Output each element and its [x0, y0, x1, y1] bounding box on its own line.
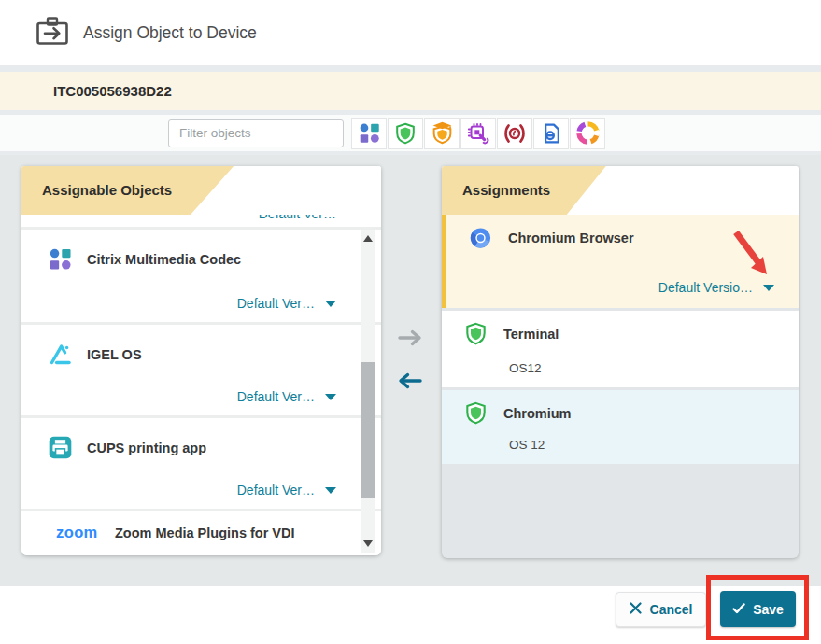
chevron-down-icon: [325, 394, 336, 400]
assignments-header: Assignments: [442, 166, 799, 215]
zoom-wordmark-icon: zoom: [56, 524, 98, 541]
list-item-zoom-media-plugins[interactable]: zoom Zoom Media Plugins for VDI: [21, 511, 381, 555]
assign-object-dialog: Assign Object to Device ITC005056938D22: [0, 0, 821, 644]
scrollbar[interactable]: [361, 230, 375, 553]
red-parentheses-ring-icon[interactable]: [497, 118, 532, 149]
save-button[interactable]: Save: [720, 591, 796, 627]
version-label: Default Ver…: [259, 215, 336, 221]
green-shield-icon[interactable]: [388, 118, 423, 149]
grid-shapes-icon: [48, 246, 73, 272]
chevron-down-icon: [763, 285, 774, 291]
x-icon: [630, 602, 642, 617]
assignable-objects-panel: Assignable Objects Default Ver…: [21, 166, 381, 555]
assign-right-arrow[interactable]: [397, 329, 423, 351]
filter-toolbar: [0, 115, 821, 151]
save-label: Save: [753, 602, 784, 617]
device-id: ITC005056938D22: [53, 83, 172, 99]
assignments-panel: Assignments Chromium Browser Default Ver…: [442, 166, 799, 558]
object-name: Chromium Browser: [508, 231, 634, 245]
assignment-item-chromium-browser[interactable]: Chromium Browser Default Versio…: [442, 215, 799, 308]
version-dropdown[interactable]: Default Ver…: [237, 296, 336, 311]
unassign-left-arrow[interactable]: [397, 371, 423, 394]
chevron-down-icon: [325, 301, 336, 307]
scroll-down-icon[interactable]: [363, 540, 373, 547]
blue-file-clip-icon[interactable]: [533, 118, 569, 149]
scroll-up-icon[interactable]: [363, 235, 373, 242]
panel-title: Assignable Objects: [42, 166, 172, 215]
version-label: Default Ver…: [237, 296, 315, 311]
clipped-list-item: Default Ver…: [21, 215, 381, 227]
cancel-button[interactable]: Cancel: [616, 592, 706, 627]
object-name: Zoom Media Plugins for VDI: [115, 525, 295, 540]
chromium-icon: [469, 226, 492, 249]
panel-title: Assignments: [462, 166, 550, 215]
assignment-item-chromium[interactable]: Chromium OS 12: [442, 390, 799, 464]
check-icon: [732, 602, 745, 617]
assignable-objects-header: Assignable Objects: [21, 166, 381, 215]
version-dropdown[interactable]: Default Ver…: [259, 215, 336, 221]
version-dropdown[interactable]: Default Ver…: [237, 483, 336, 497]
assignable-objects-list: Default Ver… Citrix Multimedia Codec: [21, 215, 381, 555]
assignment-area: Assignable Objects Default Ver…: [0, 155, 821, 586]
object-name: Terminal: [503, 327, 559, 342]
dialog-header: Assign Object to Device: [0, 0, 821, 65]
green-shield-icon: [464, 322, 488, 345]
version-label: Default Versio…: [658, 280, 753, 295]
list-item-cups-printing-app[interactable]: CUPS printing app Default Ver…: [21, 418, 381, 509]
green-shield-icon: [464, 401, 488, 425]
divider: [0, 65, 821, 72]
dialog-footer: Cancel Save: [0, 586, 821, 644]
grid-shapes-icon[interactable]: [351, 118, 387, 149]
object-name: IGEL OS: [87, 347, 142, 362]
object-name: CUPS printing app: [87, 441, 206, 455]
object-name: Citrix Multimedia Codec: [87, 252, 241, 267]
purple-chip-wrench-icon[interactable]: [460, 118, 496, 149]
color-wheel-icon[interactable]: [570, 118, 605, 149]
filter-input[interactable]: [168, 119, 344, 147]
dialog-title: Assign Object to Device: [83, 23, 257, 43]
printer-icon: [48, 435, 73, 460]
assign-object-icon: [35, 16, 69, 49]
assignment-item-terminal[interactable]: Terminal OS12: [442, 311, 799, 387]
version-label: Default Ver…: [237, 483, 315, 497]
object-type-filter-group: [351, 118, 605, 149]
version-label: Default Ver…: [237, 389, 315, 404]
version-dropdown[interactable]: Default Ver…: [237, 389, 336, 404]
igel-triangle-icon: [48, 342, 73, 367]
chevron-down-icon: [325, 487, 336, 494]
object-name: Chromium: [503, 406, 572, 421]
list-item-citrix-multimedia-codec[interactable]: Citrix Multimedia Codec Default Ver…: [21, 230, 381, 322]
cancel-label: Cancel: [650, 602, 693, 617]
device-bar: ITC005056938D22: [0, 72, 821, 110]
object-os-label: OS 12: [509, 438, 545, 452]
orange-shield-cap-icon[interactable]: [424, 118, 460, 149]
scrollbar-thumb[interactable]: [361, 362, 375, 498]
object-os-label: OS12: [509, 361, 542, 375]
list-item-igel-os[interactable]: IGEL OS Default Ver…: [21, 325, 381, 415]
version-dropdown[interactable]: Default Versio…: [658, 280, 774, 295]
